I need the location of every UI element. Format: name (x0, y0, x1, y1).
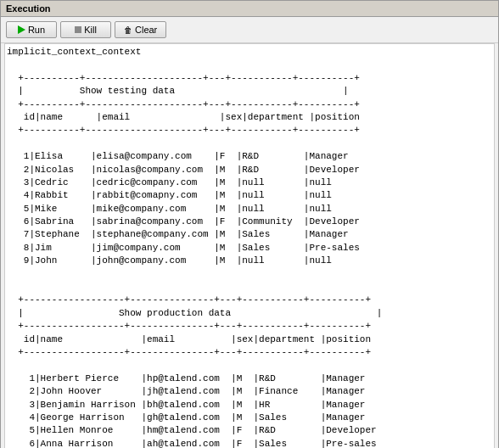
toolbar: Run Kill 🗑 Clear (1, 17, 498, 43)
clear-label: Clear (135, 25, 157, 35)
run-button[interactable]: Run (6, 21, 57, 38)
run-label: Run (28, 25, 45, 35)
play-icon (18, 25, 25, 34)
kill-label: Kill (84, 25, 97, 35)
section-title: Execution (1, 1, 498, 17)
stop-icon (75, 26, 81, 33)
output-text: implicit_context_context +----------+---… (7, 46, 492, 448)
clear-icon: 🗑 (124, 25, 132, 35)
execution-panel: Execution Run Kill 🗑 Clear implicit_cont… (0, 0, 499, 448)
clear-button[interactable]: 🗑 Clear (115, 21, 166, 38)
output-area[interactable]: implicit_context_context +----------+---… (4, 43, 495, 448)
kill-button[interactable]: Kill (60, 21, 111, 38)
